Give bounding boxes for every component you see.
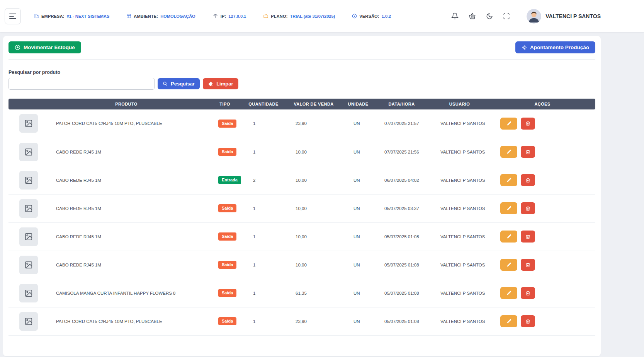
product-image-cell	[8, 251, 45, 279]
pencil-icon	[506, 319, 511, 324]
trash-icon	[525, 262, 530, 268]
clear-button[interactable]: Limpar	[203, 78, 238, 89]
delete-button[interactable]	[521, 118, 535, 130]
quantity-cell: 1	[242, 138, 285, 166]
quantity-cell: 1	[242, 194, 285, 222]
version-label: VERSÃO:	[359, 14, 379, 19]
product-image-placeholder	[19, 284, 38, 302]
image-placeholder-icon	[24, 119, 33, 128]
clear-button-label: Limpar	[216, 81, 233, 87]
trash-icon	[525, 206, 530, 211]
search-button[interactable]: Pesquisar	[158, 78, 200, 89]
product-image-placeholder	[19, 312, 38, 331]
edit-button[interactable]	[500, 231, 517, 243]
edit-button[interactable]	[500, 202, 517, 214]
stock-card: Movimentar Estoque Apontamento Produção …	[3, 36, 601, 356]
basket-button[interactable]	[468, 12, 477, 20]
stock-table-body: PATCH-CORD CAT5 C/RJ45 10M PTO, PLUSCABL…	[8, 109, 595, 335]
card-toolbar: Movimentar Estoque Apontamento Produção	[8, 41, 595, 53]
edit-button[interactable]	[500, 118, 517, 130]
move-stock-label: Movimentar Estoque	[24, 44, 75, 50]
product-image-cell	[8, 109, 45, 138]
plan-value: TRIAL (até 31/07/2025)	[290, 14, 335, 19]
sale-value-cell: 23,90	[285, 307, 343, 335]
basket-icon	[469, 12, 476, 20]
product-image-placeholder	[19, 114, 38, 133]
edit-button[interactable]	[500, 287, 517, 299]
menu-icon	[9, 18, 16, 19]
type-badge: Saída	[218, 261, 236, 269]
type-cell: Saída	[207, 251, 242, 279]
trash-icon	[525, 149, 530, 155]
user-cell: VALTENCI P SANTOS	[430, 138, 489, 166]
edit-button[interactable]	[500, 174, 517, 186]
product-search-input[interactable]	[8, 78, 155, 90]
user-cell: VALTENCI P SANTOS	[430, 251, 489, 279]
row-actions	[500, 174, 595, 186]
user-menu[interactable]: VALTENCI P SANTOS	[517, 7, 601, 26]
plus-circle-icon	[15, 44, 20, 50]
ip-info: IP: 127.0.0.1	[212, 14, 246, 19]
sale-value-cell: 10,00	[285, 194, 343, 222]
delete-button[interactable]	[521, 146, 535, 158]
product-name-cell: CABO REDE RJ45 1M	[45, 222, 207, 251]
version-info: VERSÃO: 1.0.2	[352, 14, 391, 19]
row-actions	[500, 259, 595, 271]
column-header-tipo: TIPO	[207, 99, 242, 109]
quantity-cell: 1	[242, 307, 285, 335]
product-image-cell	[8, 138, 45, 166]
sale-value-cell: 61,35	[285, 279, 343, 307]
environment-info-bar: EMPRESA: #1 - NEXT SISTEMAS AMBIENTE: HO…	[34, 14, 391, 19]
actions-cell	[489, 194, 595, 222]
notifications-button[interactable]	[450, 12, 459, 20]
trash-icon	[525, 290, 530, 296]
delete-button[interactable]	[521, 202, 535, 214]
stock-table: PRODUTO TIPO QUANTIDADE VALOR DE VENDA U…	[8, 99, 595, 336]
column-header-unidade: UNIDADE	[343, 99, 374, 109]
image-placeholder-icon	[24, 289, 33, 297]
version-value: 1.0.2	[382, 14, 391, 19]
type-badge: Saída	[218, 120, 236, 128]
unit-cell: UN	[343, 222, 374, 251]
delete-button[interactable]	[521, 315, 535, 327]
pencil-icon	[506, 234, 511, 239]
company-value: #1 - NEXT SISTEMAS	[67, 14, 110, 19]
edit-button[interactable]	[500, 259, 517, 271]
actions-cell	[489, 279, 595, 307]
sidebar-toggle-button[interactable]	[5, 8, 21, 24]
table-row: CABO REDE RJ45 1M Saída 1 10,00 UN 05/07…	[8, 194, 595, 222]
table-header-row: PRODUTO TIPO QUANTIDADE VALOR DE VENDA U…	[8, 99, 595, 109]
image-placeholder-icon	[24, 148, 33, 156]
actions-cell	[489, 138, 595, 166]
user-cell: VALTENCI P SANTOS	[430, 166, 489, 194]
actions-cell	[489, 307, 595, 335]
type-cell: Saída	[207, 307, 242, 335]
type-cell: Saída	[207, 194, 242, 222]
search-row: Pesquisar Limpar	[8, 78, 595, 90]
user-cell: VALTENCI P SANTOS	[430, 222, 489, 251]
image-placeholder-icon	[24, 204, 33, 213]
delete-button[interactable]	[521, 287, 535, 299]
dark-mode-button[interactable]	[485, 12, 494, 20]
sale-value-cell: 10,00	[285, 138, 343, 166]
column-header-produto: PRODUTO	[45, 99, 207, 109]
datetime-cell: 07/07/2025 21:56	[374, 138, 430, 166]
sale-value-cell: 10,00	[285, 222, 343, 251]
edit-button[interactable]	[500, 146, 517, 158]
delete-button[interactable]	[521, 174, 535, 186]
edit-button[interactable]	[500, 315, 517, 327]
product-image-cell	[8, 279, 45, 307]
move-stock-button[interactable]: Movimentar Estoque	[8, 41, 81, 53]
image-placeholder-icon	[24, 176, 33, 184]
image-placeholder-icon	[24, 317, 33, 326]
fullscreen-button[interactable]	[502, 12, 511, 20]
delete-button[interactable]	[521, 259, 535, 271]
sale-value-cell: 10,00	[285, 166, 343, 194]
delete-button[interactable]	[521, 231, 535, 243]
quantity-cell: 2	[242, 166, 285, 194]
table-row: PATCH-CORD CAT5 C/RJ45 10M PTO, PLUSCABL…	[8, 109, 595, 138]
datetime-cell: 05/07/2025 01:08	[374, 222, 430, 251]
production-entry-button[interactable]: Apontamento Produção	[515, 41, 595, 53]
product-image-placeholder	[19, 143, 38, 161]
toolbar-divider	[8, 59, 595, 60]
